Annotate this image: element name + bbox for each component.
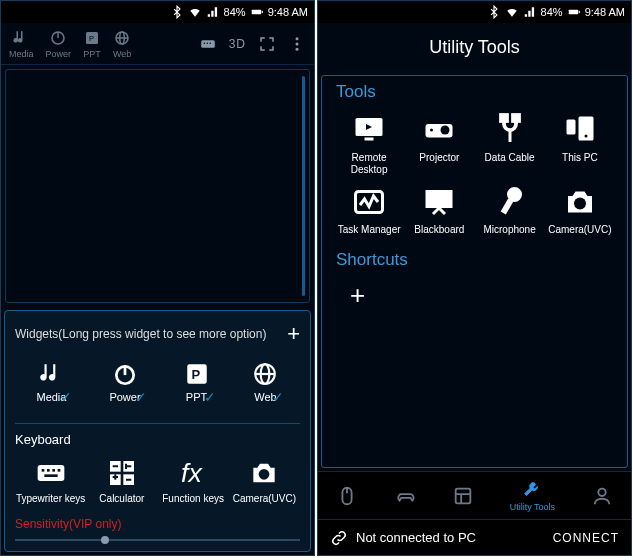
- svg-rect-3: [261, 11, 262, 13]
- svg-point-15: [296, 47, 299, 50]
- svg-point-11: [206, 42, 208, 44]
- nav-panels[interactable]: [452, 485, 474, 507]
- widget-web[interactable]: Web✓: [252, 361, 278, 403]
- nav-profile[interactable]: [591, 485, 613, 507]
- sensitivity-slider[interactable]: [15, 539, 300, 541]
- nav-gamepad[interactable]: [394, 485, 416, 507]
- keyboard-icon[interactable]: [199, 35, 217, 53]
- connect-button[interactable]: CONNECT: [553, 531, 619, 545]
- battery-pct: 84%: [541, 6, 563, 18]
- clock: 9:48 AM: [268, 6, 308, 18]
- battery-icon: [567, 5, 581, 19]
- svg-rect-43: [513, 115, 519, 121]
- svg-rect-53: [455, 488, 470, 503]
- signal-icon: [206, 5, 220, 19]
- nav-mouse[interactable]: [336, 485, 358, 507]
- check-icon: ✓: [272, 389, 284, 405]
- link-icon: [330, 529, 348, 547]
- svg-point-54: [598, 488, 605, 495]
- trackpad-area[interactable]: [5, 69, 310, 303]
- nav-utility-tools[interactable]: Utility Tools: [510, 479, 555, 512]
- bluetooth-icon: [170, 5, 184, 19]
- left-screen: 84% 9:48 AM Media Power PPPT Web 3D Widg…: [0, 0, 315, 556]
- sensitivity-label: Sensitivity(VIP only): [15, 517, 300, 531]
- status-bar: 84% 9:48 AM: [1, 1, 314, 23]
- svg-text:P: P: [191, 367, 200, 382]
- battery-icon: [250, 5, 264, 19]
- widget-media[interactable]: Media✓: [36, 361, 66, 403]
- battery-pct: 84%: [224, 6, 246, 18]
- tool-task-manager[interactable]: Task Manager: [336, 184, 402, 236]
- more-icon[interactable]: [288, 35, 306, 53]
- svg-rect-35: [568, 10, 577, 15]
- svg-rect-2: [251, 10, 260, 15]
- right-screen: 84% 9:48 AM Utility Tools Tools Remote D…: [317, 0, 632, 556]
- tool-camera[interactable]: Camera(UVC): [547, 184, 613, 236]
- svg-rect-26: [44, 474, 57, 477]
- status-bar: 84% 9:48 AM: [318, 1, 631, 23]
- key-function[interactable]: fxFunction keys: [158, 457, 228, 505]
- tool-projector[interactable]: Projector: [406, 112, 472, 176]
- 3d-toggle[interactable]: 3D: [229, 37, 246, 51]
- svg-point-13: [296, 37, 299, 40]
- svg-point-12: [209, 42, 211, 44]
- widget-power[interactable]: Power✓: [109, 361, 140, 403]
- widget-ppt[interactable]: PPPT✓: [184, 361, 210, 403]
- add-widget-button[interactable]: +: [287, 321, 300, 347]
- svg-rect-38: [365, 138, 374, 141]
- widgets-title: Widgets(Long press widget to see more op…: [15, 327, 266, 341]
- check-icon: ✓: [135, 389, 147, 405]
- svg-rect-48: [426, 190, 453, 208]
- svg-rect-25: [57, 469, 60, 472]
- svg-rect-50: [500, 199, 513, 215]
- wifi-icon: [188, 5, 202, 19]
- svg-point-32: [259, 469, 270, 480]
- key-typewriter[interactable]: Typewriter keys: [16, 457, 86, 505]
- svg-rect-36: [578, 11, 579, 13]
- check-icon: ✓: [60, 389, 72, 405]
- svg-rect-9: [201, 40, 215, 48]
- widgets-panel: Widgets(Long press widget to see more op…: [4, 310, 311, 552]
- clock: 9:48 AM: [585, 6, 625, 18]
- tools-header: Tools: [336, 82, 613, 102]
- connection-status: Not connected to PC: [356, 530, 476, 545]
- svg-rect-42: [501, 115, 507, 121]
- tool-data-cable[interactable]: Data Cable: [477, 112, 543, 176]
- svg-rect-21: [37, 465, 64, 481]
- svg-rect-23: [47, 469, 50, 472]
- fullscreen-icon[interactable]: [258, 35, 276, 53]
- tab-ppt[interactable]: PPPT: [83, 29, 101, 59]
- key-calculator[interactable]: Calculator: [87, 457, 157, 505]
- bluetooth-icon: [487, 5, 501, 19]
- wifi-icon: [505, 5, 519, 19]
- svg-point-41: [430, 129, 433, 132]
- keyboard-title: Keyboard: [15, 432, 300, 447]
- signal-icon: [523, 5, 537, 19]
- svg-rect-44: [566, 120, 575, 135]
- svg-point-10: [203, 42, 205, 44]
- check-icon: ✓: [204, 389, 216, 405]
- bottom-nav: Utility Tools: [318, 471, 631, 519]
- top-toolbar: Media Power PPPT Web 3D: [1, 23, 314, 65]
- svg-rect-24: [52, 469, 55, 472]
- tab-media[interactable]: Media: [9, 29, 34, 59]
- tab-web[interactable]: Web: [113, 29, 131, 59]
- svg-rect-22: [41, 469, 44, 472]
- tool-microphone[interactable]: Microphone: [477, 184, 543, 236]
- tab-power[interactable]: Power: [46, 29, 72, 59]
- svg-point-51: [574, 198, 586, 210]
- svg-text:fx: fx: [181, 458, 203, 488]
- svg-point-40: [441, 126, 450, 135]
- page-title: Utility Tools: [318, 23, 631, 72]
- svg-point-46: [584, 135, 587, 138]
- divider: [15, 423, 300, 424]
- connection-bar: Not connected to PC CONNECT: [318, 519, 631, 555]
- shortcuts-header: Shortcuts: [336, 250, 613, 270]
- svg-text:P: P: [89, 34, 94, 43]
- tool-remote-desktop[interactable]: Remote Desktop: [336, 112, 402, 176]
- key-camera[interactable]: Camera(UVC): [229, 457, 299, 505]
- tool-blackboard[interactable]: Blackboard: [406, 184, 472, 236]
- add-shortcut-button[interactable]: +: [350, 280, 365, 310]
- tool-this-pc[interactable]: This PC: [547, 112, 613, 176]
- svg-point-14: [296, 42, 299, 45]
